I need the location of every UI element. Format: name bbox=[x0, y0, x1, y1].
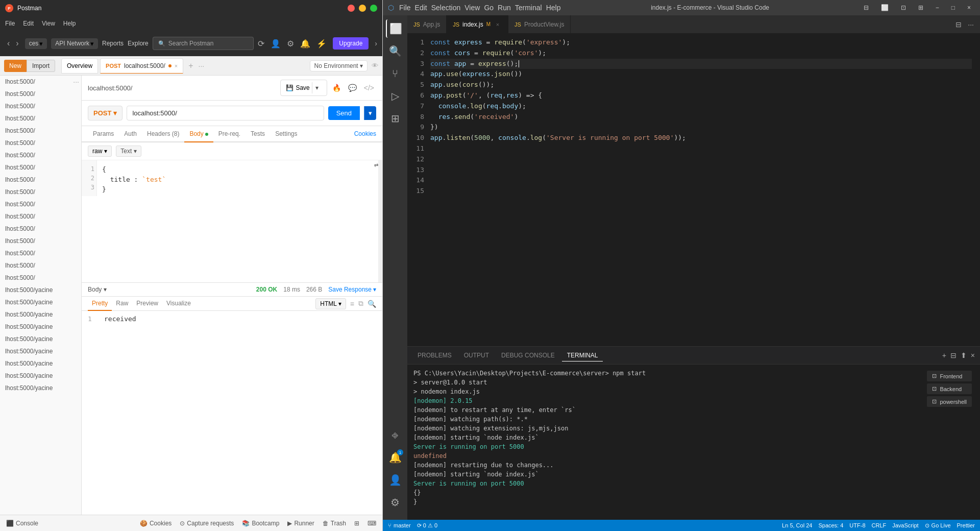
env-eye-button[interactable]: 👁 bbox=[372, 62, 378, 69]
collapse-button[interactable]: › bbox=[375, 39, 377, 47]
cookies-bottom-button[interactable]: 🍪 Cookies bbox=[140, 520, 172, 527]
spaces-item[interactable]: Spaces: 4 bbox=[818, 522, 843, 529]
url-input[interactable] bbox=[127, 106, 324, 120]
shortcut-button[interactable]: ⌨ bbox=[368, 520, 376, 527]
settings-icon-button[interactable]: ⚙ bbox=[287, 39, 294, 49]
environment-select[interactable]: No Environment ▾ bbox=[310, 60, 368, 71]
sidebar-item-0[interactable]: lhost:5000/ bbox=[0, 76, 81, 88]
search-response-button[interactable]: 🔍 bbox=[368, 298, 376, 309]
sidebar-item-5[interactable]: lhost:5000/ bbox=[0, 137, 81, 149]
flame-icon-button[interactable]: 🔥 bbox=[330, 80, 343, 96]
menu-selection-vscode[interactable]: Selection bbox=[431, 4, 461, 12]
tab-settings[interactable]: Settings bbox=[270, 126, 302, 142]
search-bar[interactable]: 🔍 Search Postman bbox=[153, 37, 254, 50]
console-button[interactable]: ⬛ Console bbox=[6, 520, 38, 527]
menu-edit-vscode[interactable]: Edit bbox=[415, 4, 427, 12]
import-button[interactable]: Import bbox=[27, 60, 55, 72]
nav-forward-button[interactable]: › bbox=[14, 38, 20, 49]
save-response-button[interactable]: Save Response ▾ bbox=[328, 286, 376, 293]
sidebar-item-23[interactable]: lhost:5000/yacine bbox=[0, 357, 81, 370]
sidebar-item-18[interactable]: lhost:5000/yacine bbox=[0, 296, 81, 308]
reports-label[interactable]: Reports bbox=[102, 40, 124, 47]
vscode-maximize-btn[interactable]: □ bbox=[947, 4, 959, 11]
response-label[interactable]: Body ▾ bbox=[88, 286, 107, 293]
tab-close-button[interactable]: × bbox=[175, 63, 178, 69]
nav-api-network[interactable]: API Network ▾ bbox=[51, 38, 98, 49]
sidebar-item-15[interactable]: lhost:5000/ bbox=[0, 259, 81, 272]
explore-label[interactable]: Explore bbox=[128, 40, 149, 47]
cookies-button[interactable]: Cookies bbox=[354, 130, 376, 137]
language-item[interactable]: JavaScript bbox=[892, 522, 918, 529]
account-icon[interactable]: 👤 bbox=[386, 471, 404, 489]
tab-productview-js[interactable]: JS ProductView.js bbox=[508, 15, 571, 33]
sidebar-item-7[interactable]: lhost:5000/ bbox=[0, 161, 81, 174]
sidebar-item-4[interactable]: lhost:5000/ bbox=[0, 125, 81, 137]
resp-tab-raw[interactable]: Raw bbox=[112, 297, 132, 311]
save-button[interactable]: 💾 Save ▾ bbox=[280, 80, 327, 96]
debug-console-tab[interactable]: DEBUG CONSOLE bbox=[496, 350, 560, 361]
terminal-output[interactable]: PS C:\Users\Yacin\Desktop\Projects\E-com… bbox=[413, 369, 921, 516]
code-editor[interactable]: 1 2 3 { title : `test` } ⇄ bbox=[82, 160, 382, 283]
tab-app-js[interactable]: JS App.js bbox=[407, 15, 447, 33]
save-dropdown-button[interactable]: ▾ bbox=[312, 82, 322, 93]
close-button[interactable] bbox=[348, 5, 355, 12]
new-button[interactable]: New bbox=[4, 60, 27, 72]
sidebar-item-16[interactable]: lhost:5000/ bbox=[0, 272, 81, 284]
problems-tab[interactable]: PROBLEMS bbox=[412, 350, 457, 361]
sidebar-item-1[interactable]: lhost:5000/ bbox=[0, 88, 81, 100]
prettier-item[interactable]: Prettier bbox=[957, 522, 975, 529]
sidebar-item-20[interactable]: lhost:5000/yacine bbox=[0, 321, 81, 333]
git-branch-item[interactable]: ⑂ master bbox=[388, 522, 411, 528]
settings-activity-icon[interactable]: ⚙ bbox=[386, 493, 404, 512]
frontend-panel-btn[interactable]: ⊡ Frontend bbox=[927, 371, 972, 381]
menu-help-vscode[interactable]: Help bbox=[546, 4, 561, 12]
sync-status-item[interactable]: ⟳ 0 ⚠ 0 bbox=[417, 522, 437, 529]
resp-tab-preview[interactable]: Preview bbox=[132, 297, 162, 311]
bell-icon-button[interactable]: 🔔 bbox=[300, 39, 310, 49]
sidebar-item-25[interactable]: lhost:5000/yacine bbox=[0, 382, 81, 394]
send-button[interactable]: Send bbox=[328, 106, 360, 120]
sidebar-item-24[interactable]: lhost:5000/yacine bbox=[0, 370, 81, 382]
expand-button[interactable]: ⊞ bbox=[354, 520, 359, 527]
sync-icon-button[interactable]: ⟳ bbox=[258, 39, 264, 49]
maximize-terminal-button[interactable]: ⬆ bbox=[961, 351, 967, 359]
upgrade-button[interactable]: Upgrade bbox=[333, 37, 369, 50]
wrap-text-button[interactable]: ≡ bbox=[350, 298, 354, 309]
source-control-icon[interactable]: ⑂ bbox=[386, 64, 404, 83]
nav-workspace-label[interactable]: ces ▾ bbox=[25, 38, 47, 49]
tab-tests[interactable]: Tests bbox=[246, 126, 270, 142]
code-icon-button[interactable]: </> bbox=[362, 80, 376, 96]
tab-body[interactable]: Body bbox=[184, 126, 213, 142]
vs-code-body[interactable]: const express = require('express'); cons… bbox=[430, 37, 980, 342]
sidebar-item-22[interactable]: lhost:5000/yacine bbox=[0, 345, 81, 357]
go-live-item[interactable]: ⊙ Go Live bbox=[925, 522, 951, 529]
more-tabs-button[interactable]: ··· bbox=[199, 62, 205, 70]
copy-response-button[interactable]: ⧉ bbox=[358, 298, 363, 309]
wrap-icon[interactable]: ⇄ bbox=[374, 162, 378, 168]
resp-tab-visualize[interactable]: Visualize bbox=[162, 297, 195, 311]
vscode-panel-btn[interactable]: ⊡ bbox=[897, 4, 910, 11]
vscode-code-editor[interactable]: 123456789101112131415 const express = re… bbox=[407, 33, 980, 346]
line-ending-item[interactable]: CRLF bbox=[872, 522, 887, 529]
maximize-button[interactable] bbox=[370, 5, 377, 12]
sidebar-item-10[interactable]: lhost:5000/ bbox=[0, 198, 81, 210]
vscode-sidebar-btn[interactable]: ⬜ bbox=[877, 4, 893, 11]
resp-tab-pretty[interactable]: Pretty bbox=[88, 297, 112, 311]
code-content[interactable]: { title : `test` } bbox=[97, 160, 382, 282]
active-request-tab[interactable]: POST localhost:5000/ × bbox=[100, 58, 183, 74]
sidebar-item-3[interactable]: lhost:5000/ bbox=[0, 112, 81, 125]
close-terminal-button[interactable]: × bbox=[971, 351, 975, 359]
tab-prereq[interactable]: Pre-req. bbox=[213, 126, 246, 142]
vscode-layout2-btn[interactable]: ⊞ bbox=[914, 4, 927, 11]
method-select[interactable]: POST ▾ bbox=[88, 106, 122, 120]
sidebar-item-2[interactable]: lhost:5000/ bbox=[0, 100, 81, 112]
sidebar-item-11[interactable]: lhost:5000/ bbox=[0, 210, 81, 223]
tab-auth[interactable]: Auth bbox=[119, 126, 142, 142]
response-format-select[interactable]: HTML ▾ bbox=[315, 298, 346, 309]
split-terminal-button[interactable]: ⊟ bbox=[950, 351, 957, 359]
menu-file[interactable]: File bbox=[5, 20, 15, 27]
menu-terminal-vscode[interactable]: Terminal bbox=[515, 4, 542, 12]
sidebar-item-19[interactable]: lhost:5000/yacine bbox=[0, 308, 81, 321]
sidebar-item-9[interactable]: lhost:5000/ bbox=[0, 186, 81, 198]
overview-tab[interactable]: Overview bbox=[61, 58, 98, 74]
